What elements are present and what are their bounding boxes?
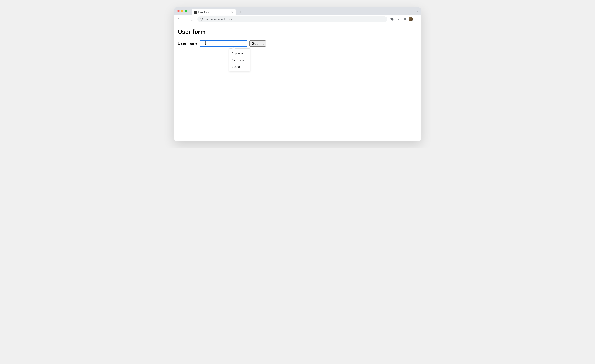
browser-tab[interactable]: User form ✕ (192, 9, 236, 15)
sidepanel-icon[interactable] (402, 17, 407, 21)
page-content: User form User name: Submit Superman Sim… (174, 23, 421, 141)
tabs-dropdown-icon[interactable] (416, 10, 418, 13)
svg-point-7 (417, 18, 417, 19)
favicon-icon (194, 11, 197, 14)
window-controls (177, 10, 187, 12)
titlebar: User form ✕ + (174, 7, 421, 15)
browser-window: User form ✕ + user-form.example.com (174, 7, 421, 141)
toolbar-right (390, 17, 419, 21)
reload-button[interactable] (189, 16, 195, 22)
svg-point-9 (417, 20, 417, 20)
svg-point-8 (417, 19, 417, 19)
username-label: User name: (178, 41, 199, 46)
submit-button[interactable]: Submit (249, 40, 266, 47)
toolbar: user-form.example.com (174, 15, 421, 23)
menu-icon[interactable] (415, 17, 419, 21)
tab-title: User form (198, 11, 229, 14)
autocomplete-dropdown: Superman Simpsons Sparta (229, 49, 250, 71)
autocomplete-item[interactable]: Sparta (229, 63, 250, 70)
globe-icon (200, 18, 203, 21)
close-tab-icon[interactable]: ✕ (231, 11, 234, 14)
svg-rect-5 (403, 18, 406, 20)
page-title: User form (178, 28, 417, 35)
username-input[interactable] (200, 40, 247, 47)
close-window-icon[interactable] (177, 10, 180, 12)
profile-avatar[interactable] (409, 17, 413, 21)
autocomplete-item[interactable]: Simpsons (229, 56, 250, 63)
address-bar[interactable]: user-form.example.com (197, 16, 387, 22)
user-form: User name: Submit Superman Simpsons Spar… (178, 40, 417, 47)
maximize-window-icon[interactable] (185, 10, 187, 12)
forward-button[interactable] (183, 16, 188, 22)
new-tab-button[interactable]: + (238, 10, 243, 15)
back-button[interactable] (176, 16, 182, 22)
autocomplete-item[interactable]: Superman (229, 50, 250, 56)
minimize-window-icon[interactable] (181, 10, 183, 12)
url-text: user-form.example.com (205, 18, 232, 21)
download-icon[interactable] (396, 17, 400, 21)
extensions-icon[interactable] (390, 17, 394, 21)
